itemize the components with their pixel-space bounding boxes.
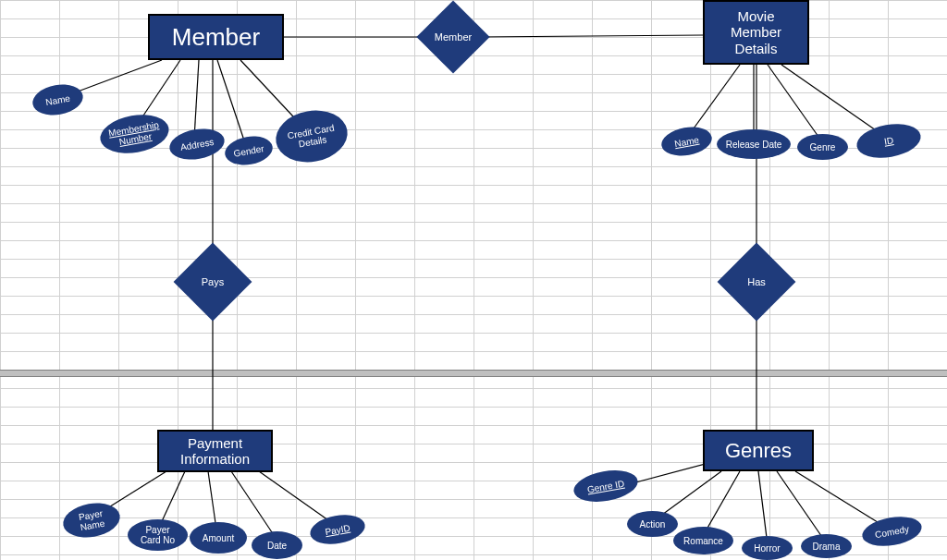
attr-date-label: Date xyxy=(267,541,287,551)
attr-movie-id-label: ID xyxy=(883,135,894,147)
svg-line-12 xyxy=(781,65,888,139)
attr-amount-label: Amount xyxy=(203,533,234,543)
attr-horror: Horror xyxy=(742,536,793,560)
attr-movie-genre: Genre xyxy=(797,134,848,160)
relationship-member: Member xyxy=(427,11,479,63)
attr-date: Date xyxy=(252,531,302,559)
attr-action: Action xyxy=(627,511,678,537)
relationship-pays-label: Pays xyxy=(202,276,224,287)
entity-movie-member-details: Movie Member Details xyxy=(703,0,809,65)
entity-member: Member xyxy=(148,14,284,60)
attr-release-date-label: Release Date xyxy=(726,140,782,150)
attr-movie-name-label: Name xyxy=(673,134,699,148)
relationship-has: Has xyxy=(729,254,784,310)
relationship-has-label: Has xyxy=(747,276,766,287)
attr-horror-label: Horror xyxy=(754,543,780,554)
entity-movie-member-details-label: Movie Member Details xyxy=(731,8,781,56)
attr-movie-genre-label: Genre xyxy=(810,142,836,152)
attr-payer-name-label: Payer Name xyxy=(78,508,105,532)
svg-line-4 xyxy=(194,60,199,139)
entity-payment-information-label: Payment Information xyxy=(180,435,250,468)
entity-genres: Genres xyxy=(703,430,814,471)
connector-lines xyxy=(0,0,947,560)
attr-membership-number-label: Membership Number xyxy=(107,119,161,148)
attr-action-label: Action xyxy=(640,519,666,530)
attr-address-label: Address xyxy=(179,136,215,152)
svg-line-1 xyxy=(477,35,703,37)
entity-member-label: Member xyxy=(172,23,260,52)
attr-genre-id-label: Genre ID xyxy=(586,478,625,494)
attr-pay-id-label: PayID xyxy=(325,522,351,537)
attr-comedy-label: Comedy xyxy=(874,523,910,539)
svg-line-5 xyxy=(217,60,245,143)
attr-payer-card-no-label: Payer Card No xyxy=(141,525,175,545)
entity-genres-label: Genres xyxy=(725,439,792,463)
relationship-pays: Pays xyxy=(185,254,240,310)
attr-member-name-label: Name xyxy=(44,92,70,106)
attr-romance-label: Romance xyxy=(683,536,723,546)
attr-payer-card-no: Payer Card No xyxy=(128,519,188,551)
attr-romance: Romance xyxy=(673,527,733,554)
entity-payment-information: Payment Information xyxy=(157,430,273,472)
relationship-member-label: Member xyxy=(435,31,472,43)
attr-drama-label: Drama xyxy=(812,542,840,552)
attr-release-date: Release Date xyxy=(717,129,791,159)
attr-drama: Drama xyxy=(801,534,852,558)
attr-amount: Amount xyxy=(190,522,247,554)
attr-credit-card-details-label: Credit Card Details xyxy=(287,122,337,151)
svg-line-23 xyxy=(758,471,768,545)
attr-gender-label: Gender xyxy=(233,143,265,159)
